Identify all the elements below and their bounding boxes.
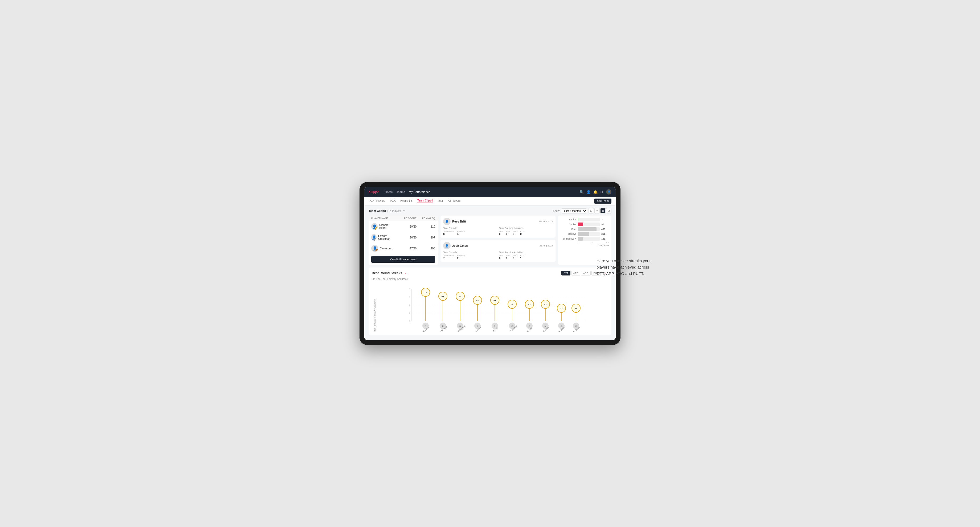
svg-text:6x: 6x xyxy=(442,295,444,298)
ott-value: 0 xyxy=(499,233,503,236)
bar-chart: Eagles 3 Birdies 96 xyxy=(560,218,609,241)
bell-icon[interactable]: 🔔 xyxy=(593,190,598,194)
grid-view-btn[interactable]: ⊞ xyxy=(589,208,594,213)
bar-track xyxy=(578,232,600,236)
sub-nav-team-clippd[interactable]: Team Clippd xyxy=(417,199,433,203)
nav-my-performance[interactable]: My Performance xyxy=(409,190,430,194)
table-view-btn[interactable]: ⊟ xyxy=(606,208,611,213)
streaks-subtitle: Off The Tee, Fairway Accuracy xyxy=(372,278,608,281)
svg-text:4x: 4x xyxy=(544,303,547,306)
list-view-btn[interactable]: ≡ xyxy=(594,208,600,213)
rank-badge: 3 xyxy=(375,249,378,252)
sub-nav-pga[interactable]: PGA xyxy=(390,199,396,203)
streak-chart-svg: 0 2 4 6 8 7x E E. Ebert xyxy=(380,284,608,332)
svg-text:8: 8 xyxy=(409,288,410,290)
svg-text:E: E xyxy=(425,325,426,327)
player-card-name[interactable]: Rees Britt xyxy=(452,220,466,223)
bar-row-eagles: Eagles 3 xyxy=(560,218,609,221)
table-row: 👤 1 Richard Butler 19/20 110 xyxy=(369,221,438,232)
chart-title: Total Shots xyxy=(560,244,609,247)
player-name[interactable]: Edward Crossman xyxy=(378,235,395,240)
player-stats: Total Rounds Tournament 7 Practice 2 xyxy=(443,251,553,260)
arg-filter-btn[interactable]: ARG xyxy=(581,271,591,275)
player-name[interactable]: Cameron... xyxy=(380,247,393,250)
putt-stat: PUTT 0 xyxy=(520,230,526,236)
view-full-leaderboard-button[interactable]: View Full Leaderboard xyxy=(371,256,435,263)
activities-values: OTT 0 APP 0 ARG 0 xyxy=(499,230,553,236)
logo: clippd xyxy=(369,190,379,194)
app-filter-btn[interactable]: APP xyxy=(571,271,580,275)
rounds-values: Tournament 8 Practice 4 xyxy=(443,230,497,236)
player-card-josh: 👤 Josh Coles 26 Aug 2023 Total Rounds To… xyxy=(441,240,555,262)
sub-nav-hcaps[interactable]: Hcaps 1-5 xyxy=(401,199,413,203)
annotation-text: Here you can see streaks your players ha… xyxy=(597,258,655,277)
team-count: | 14 Players xyxy=(387,210,401,213)
streaks-section: Best Round Streaks ← OTT APP ARG PUTT ← … xyxy=(369,268,611,335)
bar-fill xyxy=(578,222,583,226)
annotation-container: Here you can see streaks your players ha… xyxy=(597,258,655,277)
lb-col-score: PB SCORE xyxy=(395,217,417,220)
sub-nav-all-players[interactable]: All Players xyxy=(448,199,460,203)
svg-text:6x: 6x xyxy=(459,295,461,298)
search-icon[interactable]: 🔍 xyxy=(579,190,584,194)
svg-text:5x: 5x xyxy=(476,299,479,302)
lb-col-player: PLAYER NAME xyxy=(371,217,395,220)
tournament-value: 8 xyxy=(443,233,454,236)
svg-text:4x: 4x xyxy=(528,303,531,306)
card-view-btn[interactable]: ▦ xyxy=(600,208,606,213)
player-stats: Total Rounds Tournament 8 Practice 4 xyxy=(443,227,553,236)
tablet-frame: clippd Home Teams My Performance 🔍 👤 🔔 ⚙… xyxy=(360,182,620,345)
add-team-button[interactable]: Add Team xyxy=(594,198,611,204)
leaderboard-card: PLAYER NAME PB SCORE PB AVG SQ 👤 1 Richa… xyxy=(369,216,438,265)
avatar: 👤 3 xyxy=(371,245,378,252)
putt-value: 1 xyxy=(520,257,526,260)
svg-text:M: M xyxy=(545,325,546,327)
avatar[interactable]: 👤 xyxy=(606,189,611,195)
player-score: 17/20 xyxy=(395,247,417,250)
rank-badge: 1 xyxy=(375,227,378,230)
player-name[interactable]: Richard Butler xyxy=(379,224,395,229)
practice-stat: Practice 4 xyxy=(457,230,465,236)
period-select[interactable]: Last 3 months xyxy=(561,208,587,213)
nav-links: Home Teams My Performance xyxy=(385,190,574,194)
player-card-date: 02 Sep 2023 xyxy=(539,220,553,223)
sub-nav-tour[interactable]: Tour xyxy=(438,199,443,203)
bar-track xyxy=(578,227,600,231)
svg-text:5x: 5x xyxy=(493,299,496,302)
activities-label: Total Practice Activities xyxy=(499,251,553,254)
streaks-arrow-left: ← xyxy=(404,271,409,275)
nav-icons: 🔍 👤 🔔 ⚙ 👤 xyxy=(579,189,611,195)
putt-value: 0 xyxy=(520,233,526,236)
bar-row-birdies: Birdies 96 xyxy=(560,222,609,226)
bar-label: Birdies xyxy=(560,223,576,226)
arg-stat: ARG 0 xyxy=(513,230,517,236)
bar-track xyxy=(578,237,600,241)
bar-value: 3 xyxy=(601,218,609,221)
ott-filter-btn[interactable]: OTT xyxy=(562,271,570,275)
arg-value: 0 xyxy=(513,257,517,260)
nav-teams[interactable]: Teams xyxy=(396,190,405,194)
practice-activities-group: Total Practice Activities OTT 0 APP 0 xyxy=(499,251,553,260)
bar-fill xyxy=(578,237,583,241)
main-content: Team Clippd | 14 Players ✏ Show Last 3 m… xyxy=(364,205,616,340)
bar-row-pars: Pars 499 xyxy=(560,227,609,231)
nav-home[interactable]: Home xyxy=(385,190,393,194)
edit-icon[interactable]: ✏ xyxy=(402,209,405,213)
svg-text:3x: 3x xyxy=(560,307,563,310)
person-icon[interactable]: 👤 xyxy=(586,190,591,194)
svg-text:7x: 7x xyxy=(424,291,427,294)
svg-text:J: J xyxy=(477,325,478,327)
team-header: Team Clippd | 14 Players ✏ Show Last 3 m… xyxy=(369,208,611,213)
player-info: 👤 1 Richard Butler xyxy=(371,223,395,230)
svg-text:2: 2 xyxy=(409,312,410,314)
practice-stat: Practice 2 xyxy=(457,254,465,260)
svg-text:R: R xyxy=(494,325,496,327)
streaks-header: Best Round Streaks ← OTT APP ARG PUTT ← xyxy=(372,271,608,275)
putt-stat: PUTT 1 xyxy=(520,254,526,260)
bar-value: 131 xyxy=(601,237,609,240)
settings-icon[interactable]: ⚙ xyxy=(600,190,603,194)
streaks-title: Best Round Streaks xyxy=(372,271,402,275)
player-card-name[interactable]: Josh Coles xyxy=(452,244,468,247)
sub-nav-pgat[interactable]: PGAT Players xyxy=(369,199,385,203)
arg-value: 0 xyxy=(513,233,517,236)
